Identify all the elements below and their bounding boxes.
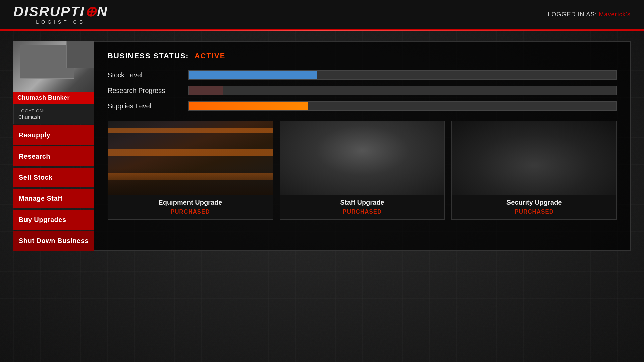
stat-label-stock-level: Stock Level xyxy=(108,71,181,79)
upgrade-info-staff-upgrade: Staff UpgradePURCHASED xyxy=(280,195,445,219)
nav-btn-manage-staff[interactable]: Manage Staff xyxy=(13,189,94,208)
upgrade-card-security-upgrade[interactable]: Security UpgradePURCHASED xyxy=(451,121,617,220)
login-info: LOGGED IN AS: Maverick's xyxy=(548,11,631,18)
stat-label-research-progress: Research Progress xyxy=(108,87,181,95)
nav-btn-resupply[interactable]: Resupply xyxy=(13,125,94,145)
upgrade-status-staff-upgrade: PURCHASED xyxy=(285,208,439,215)
stat-label-supplies-level: Supplies Level xyxy=(108,102,181,110)
upgrades-grid: Equipment UpgradePURCHASEDStaff UpgradeP… xyxy=(108,121,617,220)
username: Maverick's xyxy=(599,11,631,18)
progress-track-research-progress xyxy=(188,86,617,95)
progress-track-supplies-level xyxy=(188,101,617,111)
logo-icon: ⊕ xyxy=(85,4,97,19)
nav-buttons: ResupplyResearchSell StockManage StaffBu… xyxy=(13,125,94,251)
upgrade-name-security-upgrade: Security Upgrade xyxy=(457,199,611,206)
upgrade-status-equipment-upgrade: PURCHASED xyxy=(113,208,267,215)
nav-btn-sell-stock[interactable]: Sell Stock xyxy=(13,168,94,187)
header: DISRUPTI⊕N LOGISTICS LOGGED IN AS: Maver… xyxy=(0,0,644,30)
upgrade-name-equipment-upgrade: Equipment Upgrade xyxy=(113,199,267,206)
progress-fill-supplies-level xyxy=(189,102,308,110)
bunker-image xyxy=(13,41,94,92)
business-status-label: BUSINESS STATUS: xyxy=(108,52,189,60)
location-label: LOCATION: xyxy=(18,108,89,113)
business-status-row: BUSINESS STATUS: ACTIVE xyxy=(108,52,617,60)
nav-btn-buy-upgrades[interactable]: Buy Upgrades xyxy=(13,210,94,230)
stat-row-supplies-level: Supplies Level xyxy=(108,101,617,111)
left-panel: Chumash Bunker LOCATION: Chumash Resuppl… xyxy=(13,41,94,251)
upgrade-image-equipment-upgrade xyxy=(108,121,273,195)
upgrade-image-security-upgrade xyxy=(452,121,616,195)
upgrade-info-equipment-upgrade: Equipment UpgradePURCHASED xyxy=(108,195,273,219)
main-content: Chumash Bunker LOCATION: Chumash Resuppl… xyxy=(0,31,644,261)
logo-main: DISRUPTI⊕N xyxy=(13,5,108,19)
upgrade-status-security-upgrade: PURCHASED xyxy=(457,208,611,215)
bunker-name: Chumash Bunker xyxy=(13,92,94,104)
business-status-value: ACTIVE xyxy=(195,52,226,60)
stat-row-research-progress: Research Progress xyxy=(108,86,617,95)
logo: DISRUPTI⊕N LOGISTICS xyxy=(13,5,108,25)
logo-subtitle: LOGISTICS xyxy=(36,19,85,25)
progress-fill-research-progress xyxy=(189,86,223,95)
location-info: LOCATION: Chumash xyxy=(13,104,94,124)
progress-fill-stock-level xyxy=(189,71,317,79)
bunker-image-inner xyxy=(13,41,94,92)
stats-section: Stock LevelResearch ProgressSupplies Lev… xyxy=(108,70,617,111)
upgrade-info-security-upgrade: Security UpgradePURCHASED xyxy=(452,195,616,219)
upgrade-card-staff-upgrade[interactable]: Staff UpgradePURCHASED xyxy=(280,121,445,220)
logged-in-label: LOGGED IN AS: xyxy=(548,11,597,18)
progress-track-stock-level xyxy=(188,70,617,80)
location-value: Chumash xyxy=(18,114,89,120)
nav-btn-research[interactable]: Research xyxy=(13,146,94,166)
upgrade-image-staff-upgrade xyxy=(280,121,445,195)
upgrade-name-staff-upgrade: Staff Upgrade xyxy=(285,199,439,206)
nav-btn-shut-down[interactable]: Shut Down Business xyxy=(13,231,94,251)
right-panel: BUSINESS STATUS: ACTIVE Stock LevelResea… xyxy=(94,41,631,251)
stat-row-stock-level: Stock Level xyxy=(108,70,617,80)
upgrade-card-equipment-upgrade[interactable]: Equipment UpgradePURCHASED xyxy=(108,121,273,220)
